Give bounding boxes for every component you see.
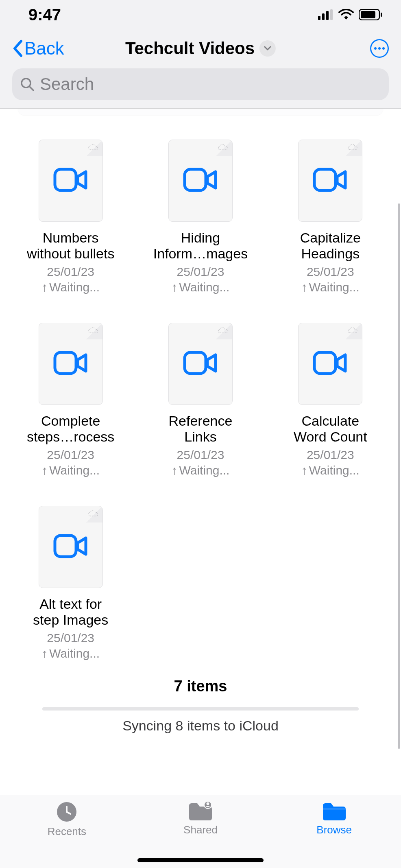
file-item[interactable]: Numbers without bullets 25/01/23 ↑ Waiti… — [18, 140, 123, 294]
clock-icon — [56, 801, 78, 823]
svg-rect-13 — [185, 352, 206, 374]
file-status: ↑ Waiting... — [301, 464, 360, 477]
tab-shared[interactable]: Shared — [134, 795, 268, 868]
page-title: Techcult Videos — [125, 39, 255, 58]
file-date: 25/01/23 — [177, 265, 224, 279]
title-dropdown[interactable]: Techcult Videos — [125, 39, 276, 58]
cloud-sync-icon — [88, 144, 98, 151]
file-date: 25/01/23 — [307, 265, 354, 279]
file-item[interactable]: Calculate Word Count 25/01/23 ↑ Waiting.… — [278, 323, 383, 477]
more-button[interactable] — [370, 39, 389, 58]
search-icon — [20, 77, 34, 91]
svg-point-18 — [207, 802, 209, 805]
svg-rect-1 — [322, 13, 325, 20]
file-status: ↑ Waiting... — [172, 464, 230, 477]
sync-progress — [42, 707, 359, 711]
cloud-sync-icon — [218, 144, 228, 151]
search-input[interactable]: Search — [12, 68, 389, 100]
svg-rect-9 — [55, 169, 76, 190]
status-indicators — [318, 9, 383, 20]
file-name: Reference Links — [169, 413, 233, 445]
file-item[interactable]: Complete steps…rocess 25/01/23 ↑ Waiting… — [18, 323, 123, 477]
file-name: Hiding Inform…mages — [153, 230, 248, 262]
svg-rect-14 — [314, 352, 336, 374]
folder-icon — [321, 801, 347, 821]
file-date: 25/01/23 — [307, 448, 354, 462]
cloud-sync-icon — [218, 327, 228, 334]
dot-icon — [374, 47, 377, 50]
file-status: ↑ Waiting... — [301, 280, 360, 294]
back-button[interactable]: Back — [12, 38, 64, 59]
tab-label: Recents — [48, 825, 86, 838]
svg-rect-10 — [185, 169, 206, 190]
file-date: 25/01/23 — [47, 631, 94, 645]
video-icon — [53, 351, 88, 377]
svg-point-7 — [22, 79, 31, 87]
battery-icon — [359, 9, 383, 20]
file-date: 25/01/23 — [177, 448, 224, 462]
video-icon — [313, 168, 348, 194]
file-status: ↑ Waiting... — [41, 464, 100, 477]
file-item[interactable]: Reference Links 25/01/23 ↑ Waiting... — [148, 323, 253, 477]
svg-line-8 — [30, 87, 33, 90]
video-icon — [313, 351, 348, 377]
video-icon — [53, 534, 88, 560]
file-item[interactable]: Hiding Inform…mages 25/01/23 ↑ Waiting..… — [148, 140, 253, 294]
chevron-left-icon — [12, 39, 24, 57]
upload-arrow-icon: ↑ — [41, 647, 48, 660]
upload-arrow-icon: ↑ — [41, 464, 48, 477]
file-item[interactable]: Capitalize Headings 25/01/23 ↑ Waiting..… — [278, 140, 383, 294]
tab-label: Shared — [183, 824, 218, 836]
home-indicator[interactable] — [137, 858, 264, 862]
upload-arrow-icon: ↑ — [172, 280, 178, 294]
svg-rect-3 — [330, 9, 333, 20]
file-status: ↑ Waiting... — [172, 280, 230, 294]
cloud-sync-icon — [88, 327, 98, 334]
item-count: 7 items — [18, 678, 383, 695]
status-bar: 9:47 — [0, 0, 401, 29]
file-status: ↑ Waiting... — [41, 647, 100, 660]
tab-browse[interactable]: Browse — [267, 795, 401, 868]
file-date: 25/01/23 — [47, 265, 94, 279]
svg-rect-5 — [361, 11, 375, 18]
video-icon — [183, 351, 218, 377]
file-thumbnail — [168, 323, 233, 405]
svg-rect-0 — [318, 16, 320, 20]
tab-bar: Recents Shared Browse — [0, 795, 401, 868]
upload-arrow-icon: ↑ — [301, 280, 307, 294]
file-thumbnail — [298, 323, 362, 405]
svg-rect-11 — [314, 169, 336, 190]
cloud-sync-icon — [347, 327, 358, 334]
file-name: Alt text for step Images — [33, 596, 108, 628]
file-name: Capitalize Headings — [300, 230, 361, 262]
dot-icon — [378, 47, 381, 50]
file-name: Calculate Word Count — [294, 413, 367, 445]
file-thumbnail — [39, 140, 103, 222]
cellular-icon — [318, 9, 333, 20]
previous-card-bottom — [18, 109, 383, 115]
svg-rect-15 — [55, 536, 76, 557]
status-time: 9:47 — [28, 6, 61, 24]
tab-recents[interactable]: Recents — [0, 795, 134, 868]
file-thumbnail — [168, 140, 233, 222]
tab-label: Browse — [316, 824, 352, 836]
chevron-down-icon — [259, 40, 276, 57]
file-date: 25/01/23 — [47, 448, 94, 462]
file-thumbnail — [298, 140, 362, 222]
svg-rect-12 — [55, 352, 76, 374]
file-status: ↑ Waiting... — [41, 280, 100, 294]
svg-rect-2 — [326, 11, 329, 20]
sync-status: Syncing 8 items to iCloud — [18, 718, 383, 734]
back-label: Back — [24, 38, 64, 59]
wifi-icon — [338, 9, 354, 20]
upload-arrow-icon: ↑ — [301, 464, 307, 477]
file-item[interactable]: Alt text for step Images 25/01/23 ↑ Wait… — [18, 506, 123, 660]
file-name: Numbers without bullets — [27, 230, 114, 262]
dot-icon — [382, 47, 385, 50]
cloud-sync-icon — [88, 510, 98, 517]
scroll-indicator[interactable] — [398, 203, 400, 749]
navigation-bar: Back Techcult Videos Search — [0, 29, 401, 108]
file-name: Complete steps…rocess — [27, 413, 114, 445]
cloud-sync-icon — [347, 144, 358, 151]
upload-arrow-icon: ↑ — [41, 280, 48, 294]
